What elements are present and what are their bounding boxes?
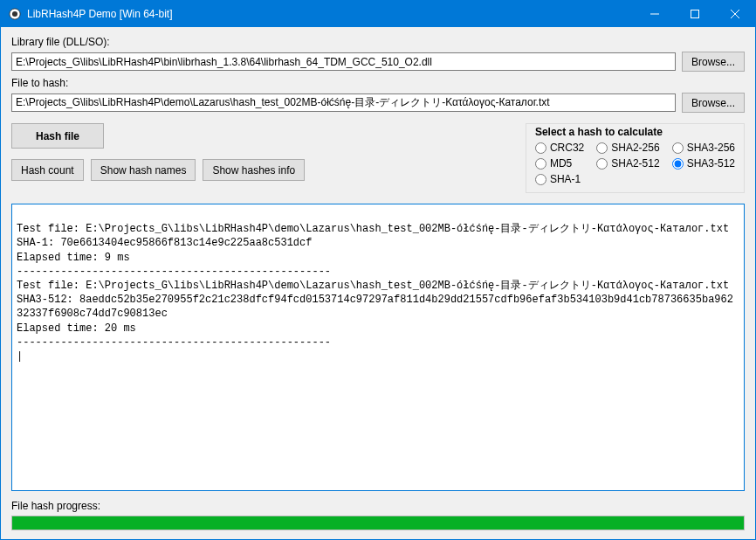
- radio-sha2-256-input[interactable]: [596, 142, 608, 154]
- radio-sha1-label: SHA-1: [550, 173, 581, 185]
- radio-sha2-256-label: SHA2-256: [611, 142, 659, 154]
- close-button[interactable]: [715, 1, 755, 27]
- library-file-input[interactable]: [11, 52, 676, 71]
- svg-rect-3: [691, 10, 699, 18]
- show-hashes-info-button[interactable]: Show hashes info: [203, 159, 305, 181]
- browse-library-button[interactable]: Browse...: [682, 52, 745, 72]
- hash-file-button[interactable]: Hash file: [11, 123, 104, 149]
- radio-crc32[interactable]: CRC32: [535, 142, 584, 154]
- radio-sha2-256[interactable]: SHA2-256: [596, 142, 659, 154]
- radio-sha3-256-label: SHA3-256: [687, 142, 735, 154]
- radio-sha2-512[interactable]: SHA2-512: [596, 157, 659, 170]
- library-file-row: Browse...: [11, 52, 745, 72]
- radio-sha3-512-input[interactable]: [672, 158, 684, 170]
- browse-file-button[interactable]: Browse...: [682, 93, 745, 113]
- minimize-button[interactable]: [635, 1, 675, 27]
- hash-group-title: Select a hash to calculate: [535, 126, 663, 138]
- radio-sha1[interactable]: SHA-1: [535, 173, 584, 185]
- output-textarea[interactable]: Test file: E:\Projects_G\libs\LibRHash4P…: [11, 204, 745, 491]
- hash-radio-grid: CRC32 SHA2-256 SHA3-256 MD5 SHA2-512 SHA…: [535, 142, 735, 185]
- window-title: LibRHash4P Demo [Win 64-bit]: [27, 8, 635, 20]
- app-window: LibRHash4P Demo [Win 64-bit] Library fil…: [0, 0, 756, 540]
- file-to-hash-row: Browse...: [11, 93, 745, 113]
- titlebar: LibRHash4P Demo [Win 64-bit]: [1, 1, 755, 27]
- radio-sha2-512-input[interactable]: [596, 158, 608, 170]
- progress-bar: [11, 516, 745, 530]
- content-area: Library file (DLL/SO): Browse... File to…: [1, 27, 755, 539]
- radio-crc32-input[interactable]: [535, 142, 546, 154]
- left-buttons: Hash file Hash count Show hash names Sho…: [11, 123, 305, 181]
- toolbar-row: Hash file Hash count Show hash names Sho…: [11, 123, 745, 193]
- progress-label: File hash progress:: [11, 500, 745, 512]
- radio-sha3-512[interactable]: SHA3-512: [672, 157, 735, 170]
- window-controls: [635, 1, 755, 27]
- radio-sha1-input[interactable]: [535, 174, 546, 185]
- radio-sha3-512-label: SHA3-512: [687, 157, 735, 170]
- library-file-label: Library file (DLL/SO):: [11, 36, 745, 48]
- radio-sha3-256[interactable]: SHA3-256: [672, 142, 735, 154]
- file-to-hash-label: File to hash:: [11, 77, 745, 89]
- radio-sha2-512-label: SHA2-512: [611, 157, 659, 170]
- hash-select-group: Select a hash to calculate CRC32 SHA2-25…: [526, 123, 745, 193]
- file-to-hash-input[interactable]: [11, 93, 676, 112]
- show-hash-names-button[interactable]: Show hash names: [91, 159, 196, 181]
- radio-md5-label: MD5: [550, 157, 572, 170]
- svg-point-1: [12, 11, 17, 17]
- radio-sha3-256-input[interactable]: [672, 142, 684, 154]
- radio-md5[interactable]: MD5: [535, 157, 584, 170]
- maximize-button[interactable]: [675, 1, 715, 27]
- radio-md5-input[interactable]: [535, 158, 546, 170]
- radio-crc32-label: CRC32: [550, 142, 584, 154]
- hash-count-button[interactable]: Hash count: [11, 159, 84, 181]
- info-buttons: Hash count Show hash names Show hashes i…: [11, 159, 305, 181]
- app-icon: [8, 7, 22, 21]
